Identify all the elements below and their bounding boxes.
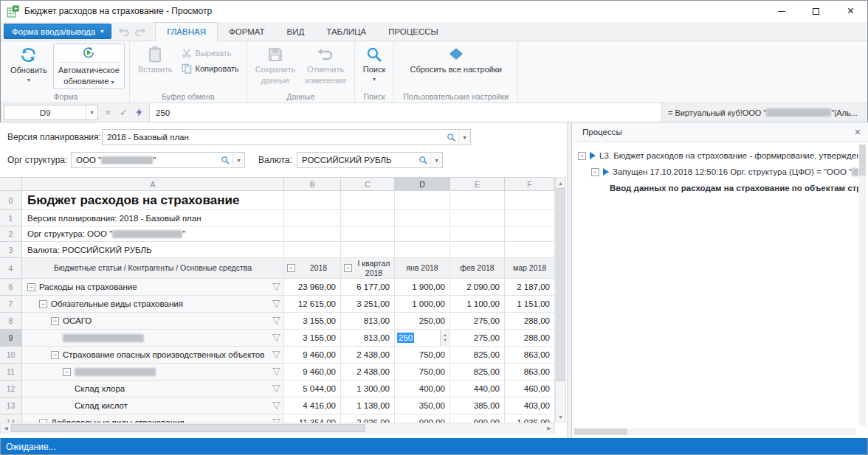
grid-cell[interactable] [341, 191, 395, 210]
column-header-d[interactable]: D [395, 178, 450, 191]
grid-cell[interactable] [341, 226, 395, 242]
grid-cell[interactable] [450, 191, 505, 210]
grid-cell[interactable]: 275,00 [450, 313, 505, 330]
grid-cell[interactable]: 288,00 [505, 330, 555, 347]
row-number[interactable]: 9 [0, 330, 22, 347]
grid-cell[interactable]: 440,00 [450, 381, 505, 397]
month-header[interactable]: янв 2018 [395, 258, 450, 279]
chevron-down-icon[interactable]: ▾ [430, 153, 442, 167]
process-tree-item[interactable]: Ввод данных по расходам на страхование п… [572, 180, 858, 196]
grid-cell[interactable]: 750,00 [395, 347, 450, 364]
grid-cell[interactable] [450, 242, 505, 258]
editing-cell[interactable]: 250 ▴▾ [395, 330, 450, 347]
auto-refresh-button[interactable]: Автоматическое обновление ▾ [53, 44, 125, 89]
grid-cell[interactable]: 4 416,00 [284, 397, 341, 414]
row-number[interactable]: 8 [0, 313, 22, 330]
sheet-title[interactable]: Бюджет расходов на страхование [22, 191, 284, 210]
row-number[interactable]: 11 [0, 364, 22, 381]
paste-button[interactable]: Вставить [134, 44, 176, 89]
scroll-up-icon[interactable]: ▲ [556, 178, 565, 188]
grid-cell[interactable]: 1 000,00 [395, 296, 450, 313]
collapse-icon[interactable]: − [578, 152, 586, 160]
grid-cell[interactable]: 250,00 [395, 313, 450, 330]
form-io-menu-button[interactable]: Форма ввода/вывода ▾ [4, 24, 111, 39]
row-number[interactable]: 0 [0, 191, 22, 210]
grid-cell[interactable] [505, 242, 555, 258]
grid-cell[interactable]: 863,00 [505, 347, 555, 364]
row-number[interactable]: 4 [0, 258, 22, 279]
info-cell[interactable]: Версия планирования: 2018 - Базовый план [22, 210, 284, 226]
undo-button[interactable] [116, 24, 131, 39]
row-label-cell[interactable]: − [22, 364, 284, 381]
grid-cell[interactable]: 275,00 [450, 330, 505, 347]
vertical-scrollbar[interactable]: ▲ ▼ [555, 177, 566, 423]
scroll-down-icon[interactable]: ▼ [556, 411, 565, 422]
grid-cell[interactable] [395, 210, 450, 226]
grid-cell[interactable] [505, 191, 555, 210]
grid-cell[interactable]: 9 460,00 [284, 364, 341, 381]
scrollbar-thumb[interactable] [11, 424, 365, 432]
search-icon[interactable] [218, 156, 232, 164]
grid-cell[interactable]: 825,00 [450, 364, 505, 381]
grid-cell[interactable] [341, 210, 395, 226]
info-cell[interactable]: Валюта: РОССИЙСКИЙ РУБЛЬ [22, 242, 284, 258]
filter-icon[interactable] [272, 334, 280, 341]
refresh-button[interactable]: Обновить ▾ [7, 44, 51, 89]
year-header[interactable]: − 2018 [284, 258, 341, 279]
row-number[interactable]: 7 [0, 296, 22, 313]
scrollbar-thumb[interactable] [859, 145, 866, 176]
grid-cell[interactable]: 2 438,00 [341, 364, 395, 381]
filter-icon[interactable] [272, 402, 280, 409]
grid-cell[interactable] [341, 242, 395, 258]
grid-cell[interactable]: 1 900,00 [395, 279, 450, 296]
row-label-cell[interactable]: Склад хлора [22, 381, 284, 397]
grid-cell[interactable]: 11 354,00 [284, 414, 341, 423]
row-label-cell[interactable] [22, 330, 284, 347]
close-panel-button[interactable]: × [855, 127, 861, 137]
process-tree-item[interactable]: − Запущен 17.10.2018 12:50:16 Орг. струк… [572, 164, 858, 180]
row-number[interactable]: 3 [0, 242, 22, 258]
org-structure-combo[interactable]: ООО "" ▾ [71, 152, 245, 168]
grid-cell[interactable]: 12 615,00 [284, 296, 341, 313]
grid-cell[interactable]: 1 036,00 [505, 414, 555, 423]
scroll-left-icon[interactable]: ◀ [1, 423, 11, 434]
collapse-icon[interactable]: − [591, 168, 599, 176]
save-data-button[interactable]: Сохранить данные [252, 44, 300, 89]
filter-icon[interactable] [272, 368, 280, 375]
row-number[interactable]: 1 [0, 210, 22, 226]
tab-vid[interactable]: ВИД [276, 22, 316, 41]
quarter-header[interactable]: − I квартал 2018 [341, 258, 395, 279]
grid-cell[interactable]: 1 151,00 [505, 296, 555, 313]
column-header-f[interactable]: F [505, 178, 555, 191]
search-button[interactable]: Поиск ▾ [359, 44, 389, 89]
search-icon[interactable] [416, 156, 430, 164]
grid-cell[interactable]: 813,00 [341, 313, 395, 330]
horizontal-scrollbar[interactable] [574, 428, 856, 435]
grid-cell[interactable]: 460,00 [505, 381, 555, 397]
tab-format[interactable]: ФОРМАТ [218, 22, 276, 41]
row-label-cell[interactable]: − Страхование опасных производственных о… [22, 347, 284, 364]
process-tree-item[interactable]: − L3. Бюджет расходов на страхование - ф… [572, 147, 858, 164]
filter-icon[interactable] [272, 283, 280, 291]
version-combo[interactable]: 2018 - Базовый план ▾ [102, 129, 471, 145]
filter-icon[interactable] [272, 351, 280, 358]
redo-button[interactable] [133, 24, 148, 39]
column-header-c[interactable]: C [341, 178, 395, 191]
undo-changes-button[interactable]: Отменить изменения [301, 44, 349, 89]
grid-cell[interactable]: 3 155,00 [284, 330, 341, 347]
grid-cell[interactable] [284, 210, 341, 226]
grid-cell[interactable]: 288,00 [505, 313, 555, 330]
filter-icon[interactable] [272, 317, 280, 324]
grid-cell[interactable]: 863,00 [505, 364, 555, 381]
grid-cell[interactable]: 813,00 [341, 330, 395, 347]
grid-cell[interactable]: 2 438,00 [341, 347, 395, 364]
grid-cell[interactable]: 3 251,00 [341, 296, 395, 313]
pane-splitter[interactable] [567, 122, 572, 438]
grid-cell[interactable]: 9 460,00 [284, 347, 341, 364]
grid-cell[interactable] [505, 210, 555, 226]
copy-button[interactable]: Копировать [179, 63, 242, 74]
grid-cell[interactable] [395, 191, 450, 210]
grid-cell[interactable]: 3 155,00 [284, 313, 341, 330]
scroll-right-icon[interactable]: ▶ [544, 423, 554, 434]
grid-cell[interactable]: 350,00 [395, 397, 450, 414]
